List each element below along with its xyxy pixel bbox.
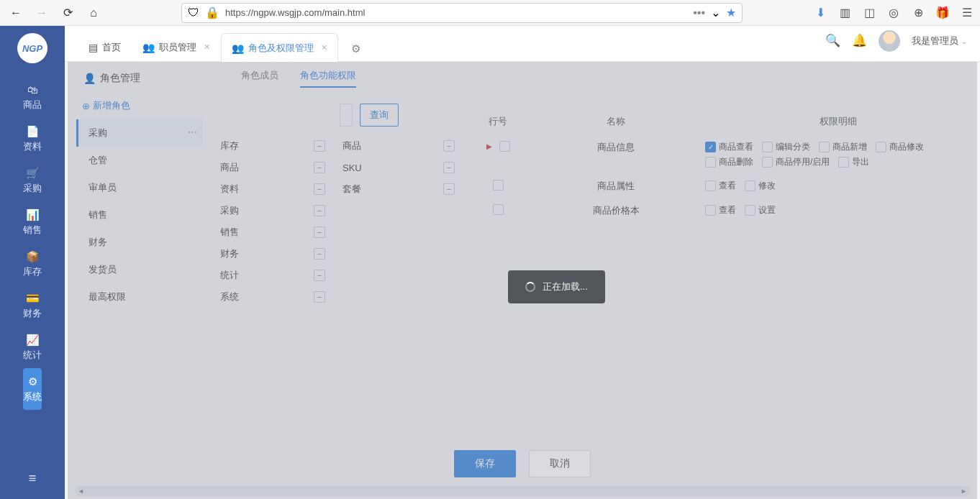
checkbox[interactable]: ✓ xyxy=(705,142,716,152)
category-row-7[interactable]: 系统− xyxy=(217,286,328,308)
category-row-0[interactable]: 库存− xyxy=(217,135,328,157)
avatar[interactable] xyxy=(879,30,900,52)
checkbox[interactable] xyxy=(705,180,716,191)
extensions-icon[interactable]: ⊕ xyxy=(911,6,925,20)
perm-item[interactable]: 查看 xyxy=(705,204,736,216)
row-checkbox[interactable] xyxy=(493,204,504,215)
subitem-row-1[interactable]: SKU− xyxy=(340,157,458,178)
role-item-5[interactable]: 发货员 xyxy=(76,256,203,283)
perm-item[interactable]: 查看 xyxy=(705,180,736,192)
checkbox[interactable] xyxy=(819,142,830,152)
sidebar-item-2[interactable]: 🛒采购 xyxy=(19,160,46,201)
checkbox[interactable] xyxy=(705,157,716,168)
perm-item[interactable]: 商品新增 xyxy=(819,141,867,153)
sidebar-item-0[interactable]: 🛍商品 xyxy=(19,76,46,118)
search-icon[interactable]: 🔍 xyxy=(825,33,840,48)
expand-icon[interactable]: − xyxy=(443,183,455,195)
category-row-5[interactable]: 财务− xyxy=(217,243,328,265)
category-row-4[interactable]: 销售− xyxy=(217,221,328,243)
checkbox[interactable] xyxy=(762,142,773,152)
bookmark-star-icon[interactable]: ★ xyxy=(726,6,736,19)
perm-item[interactable]: 导出 xyxy=(838,156,869,168)
sidebar-item-6[interactable]: 📈统计 xyxy=(19,326,46,368)
reload-button[interactable]: ⟳ xyxy=(58,3,78,23)
sidebar-item-3[interactable]: 📊销售 xyxy=(19,201,46,243)
expand-icon[interactable]: − xyxy=(314,248,325,260)
pocket-icon[interactable]: ⌄ xyxy=(711,6,720,19)
home-button[interactable]: ⌂ xyxy=(83,3,104,23)
expand-icon[interactable]: − xyxy=(443,140,455,152)
account-icon[interactable]: ◎ xyxy=(886,6,901,20)
expand-icon[interactable]: − xyxy=(314,205,325,216)
close-icon[interactable]: ✕ xyxy=(204,42,210,52)
user-name[interactable]: 我是管理员 ⌄ xyxy=(912,35,967,47)
expand-icon[interactable]: − xyxy=(314,291,325,303)
gift-icon[interactable]: 🎁 xyxy=(935,6,950,20)
ellipsis-icon[interactable]: ••• xyxy=(693,6,705,19)
subitem-row-0[interactable]: 商品− xyxy=(340,135,458,157)
close-icon[interactable]: ✕ xyxy=(321,43,327,52)
checkbox[interactable] xyxy=(705,205,716,216)
query-button[interactable]: 查询 xyxy=(360,104,399,127)
perm-item[interactable]: 商品修改 xyxy=(876,141,924,153)
search-input[interactable] xyxy=(340,104,353,127)
subtab-1[interactable]: 角色功能权限 xyxy=(300,69,356,88)
role-item-3[interactable]: 销售 xyxy=(76,201,203,229)
new-role-button[interactable]: ⊕ 新增角色 xyxy=(82,99,203,112)
role-item-1[interactable]: 仓管 xyxy=(76,147,203,174)
address-bar[interactable]: 🛡 🔒 https://ngpw.wsgjp.com/main.html •••… xyxy=(181,3,743,23)
bell-icon[interactable]: 🔔 xyxy=(852,33,867,48)
category-label: 商品 xyxy=(220,161,239,174)
checkbox[interactable] xyxy=(745,205,756,216)
role-item-2[interactable]: 审单员 xyxy=(76,174,203,201)
sidebar-item-4[interactable]: 📦库存 xyxy=(19,243,46,285)
expand-icon[interactable]: − xyxy=(314,183,325,195)
tab-0[interactable]: ▤首页 xyxy=(78,32,132,61)
row-checkbox[interactable] xyxy=(499,141,510,152)
subtab-0[interactable]: 角色成员 xyxy=(241,69,278,88)
checkbox[interactable] xyxy=(838,157,849,168)
perm-item[interactable]: 修改 xyxy=(745,180,776,192)
expand-icon[interactable]: − xyxy=(314,140,325,152)
tab-2[interactable]: 👥角色及权限管理✕ xyxy=(221,33,338,62)
subitem-row-2[interactable]: 套餐− xyxy=(340,178,458,200)
perm-item[interactable]: 编辑分类 xyxy=(762,141,810,153)
category-row-1[interactable]: 商品− xyxy=(217,157,328,178)
horizontal-scrollbar[interactable]: ◄► xyxy=(75,486,970,496)
save-button[interactable]: 保存 xyxy=(454,450,516,477)
role-item-4[interactable]: 财务 xyxy=(76,229,203,256)
back-button[interactable]: ← xyxy=(6,3,26,23)
sidebar-icon[interactable]: ◫ xyxy=(862,6,876,20)
menu-icon[interactable]: ☰ xyxy=(960,6,974,20)
checkbox[interactable] xyxy=(876,142,886,152)
expand-icon[interactable]: − xyxy=(314,270,325,281)
checkbox[interactable] xyxy=(745,180,756,191)
perm-label: 查看 xyxy=(719,204,736,216)
category-row-6[interactable]: 统计− xyxy=(217,265,328,286)
expand-icon[interactable]: − xyxy=(314,162,325,173)
checkbox[interactable] xyxy=(762,157,773,168)
tab-settings-icon[interactable]: ⚙ xyxy=(345,37,366,61)
download-icon[interactable]: ⬇ xyxy=(813,6,827,20)
perm-item[interactable]: 商品删除 xyxy=(705,156,753,168)
perm-item[interactable]: 商品停用/启用 xyxy=(762,156,830,168)
perm-item[interactable]: 设置 xyxy=(745,204,776,216)
perm-item[interactable]: ✓商品查看 xyxy=(705,141,753,153)
expand-icon[interactable]: − xyxy=(443,162,455,173)
cancel-button[interactable]: 取消 xyxy=(529,450,591,477)
tab-1[interactable]: 👥职员管理✕ xyxy=(132,32,221,61)
sidebar-item-1[interactable]: 📄资料 xyxy=(19,118,46,160)
forward-button[interactable]: → xyxy=(32,3,52,23)
expand-icon[interactable]: − xyxy=(314,226,325,238)
role-item-0[interactable]: 采购⋯ xyxy=(76,119,203,147)
perm-label: 查看 xyxy=(719,180,736,192)
category-row-3[interactable]: 采购− xyxy=(217,200,328,221)
row-checkbox[interactable] xyxy=(493,180,504,191)
sidebar-item-5[interactable]: 💳财务 xyxy=(19,285,46,326)
more-icon[interactable]: ⋯ xyxy=(188,127,197,137)
collapse-sidebar-icon[interactable]: ≡ xyxy=(29,471,37,486)
sidebar-item-7[interactable]: ⚙系统 xyxy=(23,368,42,410)
category-row-2[interactable]: 资料− xyxy=(217,178,328,200)
library-icon[interactable]: ▥ xyxy=(838,6,852,20)
role-item-6[interactable]: 最高权限 xyxy=(76,283,203,311)
